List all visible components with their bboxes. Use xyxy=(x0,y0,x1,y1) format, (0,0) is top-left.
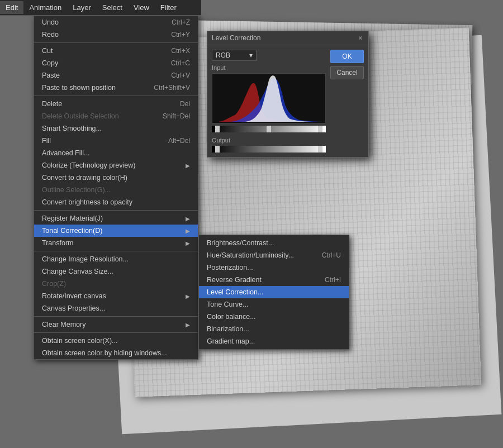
submenu-item-tone-curve[interactable]: Tone Curve... xyxy=(199,298,349,311)
menu-item-smart-smoothing[interactable]: Smart Smoothing... xyxy=(34,122,198,135)
submenu-item-color-balance[interactable]: Color balance... xyxy=(199,311,349,323)
separator-5 xyxy=(34,316,198,317)
menu-item-paste-position[interactable]: Paste to shown position Ctrl+Shift+V xyxy=(34,82,198,94)
menu-item-tonal-correction[interactable]: Tonal Correction(D) ▶ xyxy=(34,225,198,237)
dialog-titlebar: Level Correction × xyxy=(207,31,368,45)
dialog-title: Level Correction xyxy=(212,34,260,42)
arrow-icon-register: ▶ xyxy=(186,216,190,222)
menu-item-change-image-res[interactable]: Change Image Resolution... xyxy=(34,253,198,265)
input-slider-white[interactable] xyxy=(318,126,322,132)
menu-item-copy[interactable]: Copy Ctrl+C xyxy=(34,57,198,69)
separator-3 xyxy=(34,210,198,211)
menu-item-crop: Crop(Z) xyxy=(34,278,198,290)
output-label: Output xyxy=(212,137,326,144)
arrow-icon-colorize: ▶ xyxy=(186,163,190,169)
menu-item-convert-drawing[interactable]: Convert to drawing color(H) xyxy=(34,171,198,184)
menu-bar-filter[interactable]: Filter xyxy=(155,1,182,14)
arrow-icon-clear-memory: ▶ xyxy=(186,322,190,328)
separator-1 xyxy=(34,42,198,43)
menu-item-clear-memory[interactable]: Clear Memory ▶ xyxy=(34,318,198,331)
submenu-item-binarization[interactable]: Binarization... xyxy=(199,323,349,335)
submenu-item-posterization[interactable]: Posterization... xyxy=(199,261,349,274)
menu-item-convert-brightness[interactable]: Convert brightness to opacity xyxy=(34,196,198,208)
input-slider-mid[interactable] xyxy=(267,126,271,132)
menu-item-redo[interactable]: Redo Ctrl+Y xyxy=(34,28,198,41)
output-slider-white[interactable] xyxy=(318,146,322,152)
menu-item-undo[interactable]: Undo Ctrl+Z xyxy=(34,16,198,28)
menu-bar-select[interactable]: Select xyxy=(97,1,128,14)
submenu-item-hue-saturation[interactable]: Hue/Saturation/Luminosity... Ctrl+U xyxy=(199,249,349,261)
submenu-item-gradient-map[interactable]: Gradient map... xyxy=(199,335,349,347)
cancel-button[interactable]: Cancel xyxy=(330,66,364,79)
menu-bar: Edit Animation Layer Select View Filter xyxy=(0,0,201,16)
separator-2 xyxy=(34,96,198,96)
input-slider-black[interactable] xyxy=(215,126,220,132)
menu-item-fill[interactable]: Fill Alt+Del xyxy=(34,135,198,147)
histogram-display xyxy=(212,73,326,123)
input-slider[interactable] xyxy=(212,126,326,132)
menu-bar-view[interactable]: View xyxy=(128,1,155,14)
submenu-item-reverse-gradient[interactable]: Reverse Gradient Ctrl+I xyxy=(199,274,349,286)
menu-item-outline: Outline Selection(G)... xyxy=(34,184,198,196)
input-label: Input xyxy=(212,64,326,71)
dialog-body: RGB ▾ Input xyxy=(207,45,368,157)
separator-6 xyxy=(34,332,198,333)
menu-item-obtain-screen-color[interactable]: Obtain screen color(X)... xyxy=(34,335,198,347)
submenu-item-brightness-contrast[interactable]: Brightness/Contrast... xyxy=(199,237,349,249)
output-slider-black[interactable] xyxy=(215,146,220,152)
menu-item-obtain-screen-color-hide[interactable]: Obtain screen color by hiding windows... xyxy=(34,347,198,359)
arrow-icon-transform: ▶ xyxy=(186,240,190,246)
menu-item-advanced-fill[interactable]: Advanced Fill... xyxy=(34,147,198,159)
dialog-close-button[interactable]: × xyxy=(357,34,364,42)
menu-item-transform[interactable]: Transform ▶ xyxy=(34,237,198,249)
menu-item-colorize[interactable]: Colorize (Technology preview) ▶ xyxy=(34,159,198,171)
dropdown-arrow-icon: ▾ xyxy=(249,51,253,59)
level-correction-dialog: Level Correction × RGB ▾ Input xyxy=(207,31,369,158)
menu-item-rotate-invert[interactable]: Rotate/Invert canvas ▶ xyxy=(34,290,198,302)
output-slider[interactable] xyxy=(212,146,326,152)
menu-item-register-material[interactable]: Register Material(J) ▶ xyxy=(34,212,198,225)
menu-item-change-canvas-size[interactable]: Change Canvas Size... xyxy=(34,265,198,278)
menu-item-delete[interactable]: Delete Del xyxy=(34,98,198,110)
menu-item-delete-outside: Delete Outside Selection Shift+Del xyxy=(34,110,198,122)
menu-item-cut[interactable]: Cut Ctrl+X xyxy=(34,45,198,57)
channel-select-row: RGB ▾ xyxy=(212,50,326,61)
menu-bar-edit[interactable]: Edit xyxy=(0,1,23,14)
menu-item-paste[interactable]: Paste Ctrl+V xyxy=(34,69,198,82)
submenu-item-level-correction[interactable]: Level Correction... xyxy=(199,286,349,298)
menu-bar-layer[interactable]: Layer xyxy=(67,1,97,14)
separator-4 xyxy=(34,251,198,251)
arrow-icon-tonal: ▶ xyxy=(186,228,190,234)
menu-bar-animation[interactable]: Animation xyxy=(23,1,67,14)
ok-button[interactable]: OK xyxy=(330,50,364,63)
histogram-svg xyxy=(212,74,325,123)
channel-dropdown[interactable]: RGB ▾ xyxy=(212,50,257,61)
dialog-main-content: RGB ▾ Input xyxy=(212,50,326,152)
dialog-buttons: OK Cancel xyxy=(330,50,364,152)
tonal-correction-submenu: Brightness/Contrast... Hue/Saturation/Lu… xyxy=(198,235,349,350)
menu-item-canvas-properties[interactable]: Canvas Properties... xyxy=(34,302,198,314)
arrow-icon-rotate: ▶ xyxy=(186,293,190,299)
edit-context-menu: Undo Ctrl+Z Redo Ctrl+Y Cut Ctrl+X Copy … xyxy=(34,16,198,360)
